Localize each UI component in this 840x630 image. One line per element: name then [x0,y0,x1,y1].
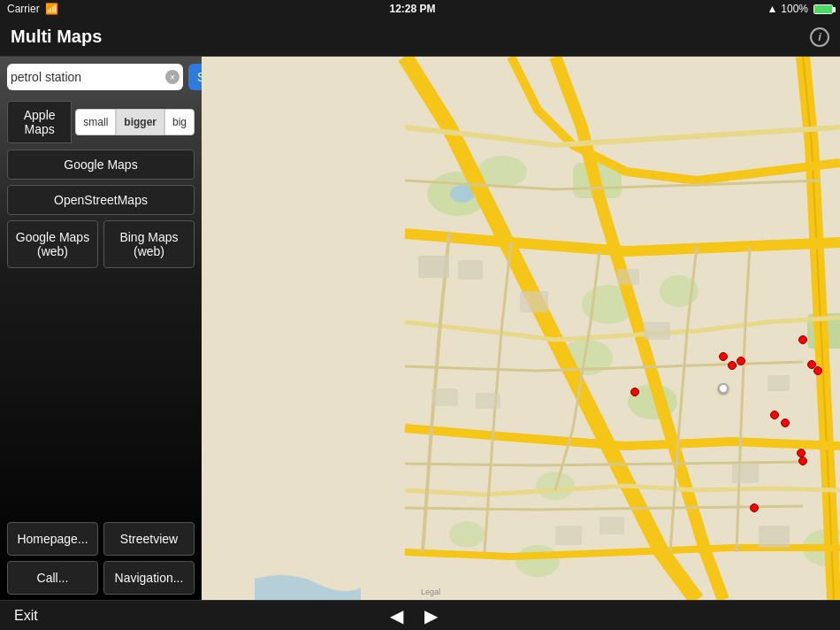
title-bar: Multi Maps i [0,18,840,57]
size-bigger-button[interactable]: bigger [116,109,164,135]
wifi-icon: 📶 [45,3,58,15]
size-group: small bigger big [75,109,195,135]
nav-arrows: ◀ ▶ [390,605,438,626]
map-pin [797,449,806,457]
location-icon: ▲ [767,3,777,15]
clear-button[interactable]: × [165,70,179,84]
page-title: Multi Maps [11,27,102,47]
size-big-button[interactable]: big [164,109,195,135]
openstreetmaps-button[interactable]: OpenStreetMaps [7,185,195,215]
bing-maps-web-button[interactable]: Bing Maps (web) [103,220,195,268]
search-input[interactable] [11,70,165,84]
time-label: 12:28 PM [390,3,436,15]
sidebar: × Search Apple Maps small bigger big Goo… [0,57,202,600]
main-content: × Search Apple Maps small bigger big Goo… [0,57,840,600]
call-button[interactable]: Call... [7,561,98,595]
search-input-wrapper: × [7,64,183,90]
size-small-button[interactable]: small [75,109,116,135]
web-buttons-row: Google Maps (web) Bing Maps (web) [0,218,202,271]
status-bar: Carrier 📶 12:28 PM ▲ 100% [0,0,840,18]
map-pin [813,366,822,375]
homepage-button[interactable]: Homepage... [7,522,98,556]
apple-maps-button[interactable]: Apple Maps [7,101,72,143]
map-pin [781,419,790,427]
status-left: Carrier 📶 [7,3,58,15]
next-button[interactable]: ▶ [424,605,438,626]
map-pin [719,352,728,361]
map-pin [770,411,779,419]
pins-layer [202,57,840,600]
prev-button[interactable]: ◀ [390,605,403,626]
map-pin [798,457,807,465]
battery-icon [813,4,833,14]
battery-label: 100% [781,3,808,15]
map-pin [798,335,807,344]
search-row: × Search [0,57,202,97]
streetview-button[interactable]: Streetview [103,522,195,556]
info-button[interactable]: i [810,27,829,47]
map-pin [750,503,759,512]
map-pin [737,357,745,365]
carrier-label: Carrier [7,3,40,15]
map-pin [728,361,737,370]
apple-maps-row: Apple Maps small bigger big [0,97,202,147]
exit-button[interactable]: Exit [14,608,38,624]
current-location-pin [718,383,729,394]
map-area[interactable]: Legal [202,57,840,600]
navigation-button[interactable]: Navigation... [103,561,195,595]
google-maps-button[interactable]: Google Maps [7,150,195,180]
status-right: ▲ 100% [767,3,833,15]
sidebar-spacer [0,271,202,517]
google-maps-web-button[interactable]: Google Maps (web) [7,220,98,268]
sidebar-bottom: Homepage... Streetview Call... Navigatio… [0,517,202,600]
bottom-bar: Exit ◀ ▶ [0,600,840,630]
map-pin [630,388,639,396]
